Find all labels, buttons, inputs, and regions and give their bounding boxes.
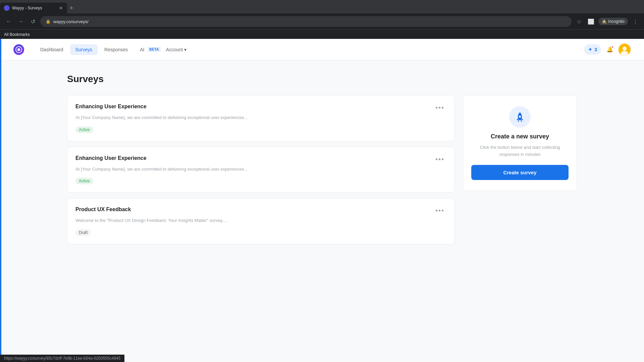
rocket-icon-container: [509, 106, 531, 128]
svg-point-1: [5, 7, 8, 9]
nav-links: Dashboard Surveys Responses AI BETA Acco…: [35, 44, 573, 55]
address-bar[interactable]: 🔒 wayyy.co/surveys/: [40, 16, 572, 27]
survey-status-2: Active: [75, 178, 93, 184]
survey-card-header-1: Enhancing User Experience •••: [75, 104, 446, 112]
survey-status-3: Draft: [75, 229, 91, 236]
account-label: Account: [166, 47, 183, 52]
surveys-list: Enhancing User Experience ••• At [Your C…: [67, 95, 455, 244]
lock-icon: 🔒: [46, 19, 51, 24]
address-text: wayyy.co/surveys/: [53, 19, 89, 24]
star-icon: ✦: [588, 46, 592, 53]
menu-button[interactable]: ⋮: [631, 17, 640, 26]
bookmarks-bar: All Bookmarks: [0, 29, 644, 39]
tab-title: Wayyy - Surveys: [12, 6, 56, 10]
forward-button[interactable]: →: [16, 17, 25, 26]
page-title: Surveys: [67, 74, 577, 84]
survey-more-button-3[interactable]: •••: [433, 206, 446, 215]
active-tab[interactable]: Wayyy - Surveys ✕: [0, 3, 67, 13]
avatar[interactable]: [619, 44, 631, 56]
nav-ai[interactable]: AI: [135, 44, 146, 55]
new-tab-button[interactable]: +: [67, 3, 76, 13]
nav-ai-container: AI BETA: [135, 44, 161, 55]
survey-card-3[interactable]: Product UX Feedback ••• Welcome to the "…: [67, 198, 455, 244]
nav-badge-button[interactable]: ✦ 3: [584, 44, 601, 55]
beta-badge: BETA: [148, 47, 160, 52]
svg-point-7: [519, 116, 521, 118]
tab-favicon: [4, 5, 9, 11]
survey-title-1: Enhancing User Experience: [75, 104, 147, 110]
create-survey-panel: Create a new survey Click the button bel…: [463, 95, 577, 191]
survey-more-button-1[interactable]: •••: [433, 104, 446, 112]
surveys-layout: Enhancing User Experience ••• At [Your C…: [67, 95, 577, 244]
survey-card-header-2: Enhancing User Experience •••: [75, 155, 446, 163]
notifications-button[interactable]: 🔔: [604, 44, 616, 56]
create-panel-description: Click the button below and start collect…: [471, 144, 569, 158]
main-content: Surveys Enhancing User Experience ••• At…: [0, 60, 644, 362]
status-url: https://wayyy.co/survey/85c7dcff-7e9b-11…: [4, 356, 120, 361]
reload-button[interactable]: ↺: [28, 17, 38, 26]
extension-button[interactable]: ⬜: [586, 17, 596, 26]
bookmarks-label: All Bookmarks: [4, 32, 30, 37]
chevron-down-icon: ▾: [184, 47, 186, 52]
survey-card-header-3: Product UX Feedback •••: [75, 206, 446, 215]
tab-close-button[interactable]: ✕: [59, 5, 63, 11]
browser-tabs: Wayyy - Surveys ✕ +: [0, 0, 644, 13]
status-bar: https://wayyy.co/survey/85c7dcff-7e9b-11…: [0, 355, 124, 362]
notification-dot: [611, 46, 614, 48]
create-panel-title: Create a new survey: [491, 133, 549, 140]
survey-more-button-2[interactable]: •••: [433, 155, 446, 163]
incognito-label: Incognito: [608, 19, 625, 24]
bookmark-button[interactable]: ☆: [574, 17, 584, 26]
create-survey-button[interactable]: Create survey: [471, 165, 569, 180]
app-wrapper: Dashboard Surveys Responses AI BETA Acco…: [0, 39, 644, 362]
browser-chrome: Wayyy - Surveys ✕ + ← → ↺ 🔒 wayyy.co/sur…: [0, 0, 644, 39]
back-button[interactable]: ←: [4, 17, 13, 26]
nav-account[interactable]: Account ▾: [162, 44, 191, 55]
main-nav: Dashboard Surveys Responses AI BETA Acco…: [0, 39, 644, 60]
browser-actions: ☆ ⬜ 🕵️ Incognito ⋮: [574, 17, 640, 26]
nav-actions: ✦ 3 🔔: [584, 44, 631, 56]
nav-surveys[interactable]: Surveys: [70, 44, 98, 55]
survey-title-3: Product UX Feedback: [75, 206, 131, 213]
incognito-icon: 🕵️: [602, 19, 607, 24]
nav-responses[interactable]: Responses: [99, 44, 133, 55]
survey-card-2[interactable]: Enhancing User Experience ••• At [Your C…: [67, 147, 455, 193]
badge-count: 3: [594, 47, 597, 52]
left-accent: [0, 39, 1, 362]
logo[interactable]: [13, 44, 24, 55]
survey-card-1[interactable]: Enhancing User Experience ••• At [Your C…: [67, 95, 455, 141]
browser-controls: ← → ↺ 🔒 wayyy.co/surveys/ ☆ ⬜ 🕵️ Incogni…: [0, 13, 644, 29]
svg-point-5: [623, 47, 627, 51]
svg-point-3: [17, 48, 20, 51]
incognito-button[interactable]: 🕵️ Incognito: [598, 18, 628, 25]
nav-dashboard[interactable]: Dashboard: [35, 44, 69, 55]
rocket-icon: [514, 111, 526, 123]
survey-desc-3: Welcome to the "Product UX Design Feedba…: [75, 217, 446, 224]
survey-title-2: Enhancing User Experience: [75, 155, 147, 161]
survey-desc-1: At [Your Company Name], we are committed…: [75, 114, 446, 121]
survey-status-1: Active: [75, 126, 93, 133]
survey-desc-2: At [Your Company Name], we are committed…: [75, 166, 446, 173]
